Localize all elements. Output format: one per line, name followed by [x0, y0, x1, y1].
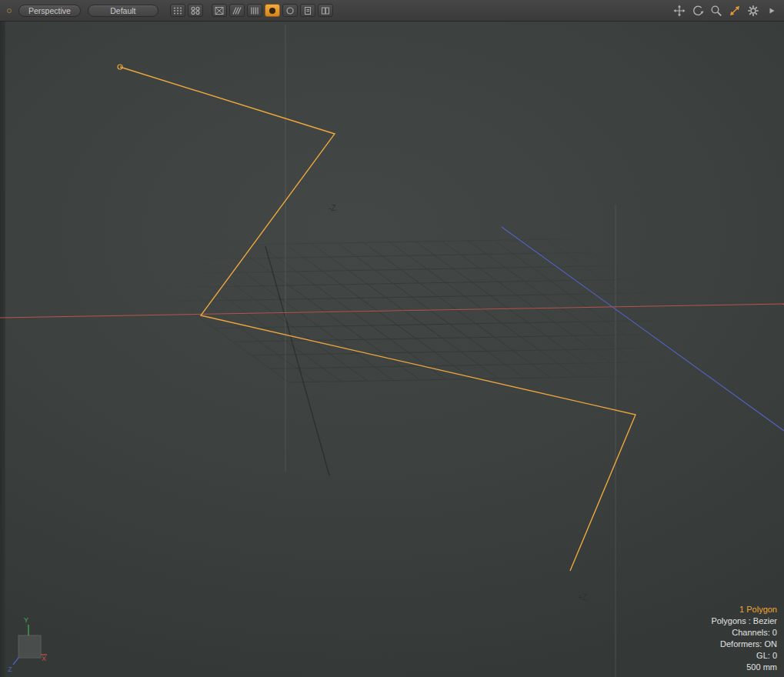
viewport-3d[interactable]: -Z+ZYXZ 1 PolygonPolygons : BezierChanne…: [0, 22, 784, 677]
view-mode-dropdown[interactable]: Perspective: [18, 5, 81, 17]
maximize-icon[interactable]: [728, 4, 741, 17]
book-glyph: [320, 6, 331, 15]
ghost-mode-icon[interactable]: [282, 4, 298, 17]
preset-dropdown[interactable]: Default: [88, 5, 158, 17]
bezier-curve[interactable]: [120, 67, 636, 571]
shaded-mode-icon[interactable]: [265, 4, 280, 17]
pan-icon[interactable]: [672, 4, 686, 17]
toolbar-left-group: Perspective Default: [0, 4, 335, 17]
settings-gear-icon[interactable]: [746, 4, 759, 17]
viewport-info-readout: 1 PolygonPolygons : BezierChannels: 0Def…: [711, 604, 777, 673]
scanline-icon[interactable]: [247, 4, 262, 17]
more-arrow-icon[interactable]: [765, 4, 778, 17]
more-arrow-glyph: [768, 6, 776, 15]
wireframe-icon[interactable]: [212, 4, 227, 17]
scene-canvas: -Z+ZYXZ: [0, 22, 784, 677]
hatch-shade-icon[interactable]: [229, 4, 245, 17]
gear-glyph: [747, 5, 759, 17]
gizmo-cube: [18, 635, 41, 658]
zoom-icon[interactable]: [709, 4, 722, 17]
viewport-toolbar: Perspective Default: [0, 0, 784, 22]
texture-dots-glyph: [172, 6, 183, 15]
ghost-glyph: [285, 6, 295, 15]
gizmo-label-x: X: [42, 655, 46, 662]
neg-z-label: -Z: [329, 204, 335, 212]
maximize-glyph: [729, 5, 741, 17]
z-axis-line: [502, 227, 784, 431]
pan-glyph: [673, 5, 686, 17]
book-icon[interactable]: [318, 4, 333, 17]
zoom-glyph: [710, 5, 722, 17]
shaded-glyph: [267, 6, 278, 15]
shading-mode-buttons: [170, 4, 335, 17]
gizmo-label-y: Y: [24, 616, 28, 624]
page-glyph: [302, 6, 313, 15]
wireframe-glyph: [214, 6, 225, 15]
modo-window: Perspective Default: [0, 0, 784, 677]
scanline-glyph: [249, 6, 260, 15]
x-axis-line: [0, 304, 784, 318]
readout-line: Polygons : Bezier: [711, 615, 777, 627]
readout-line: Channels: 0: [711, 627, 777, 639]
readout-line: 500 mm: [711, 662, 777, 673]
readout-line: 1 Polygon: [711, 604, 777, 615]
gizmo-axis-z: [13, 658, 18, 665]
pos-z-label: +Z: [578, 593, 587, 602]
axis-gizmo: YXZ: [8, 616, 47, 673]
orbit-icon[interactable]: [691, 4, 704, 17]
toolbar-right-group: [672, 4, 778, 17]
texture-dots-icon[interactable]: [170, 4, 185, 17]
gizmo-label-z: Z: [8, 665, 12, 673]
page-icon[interactable]: [300, 4, 315, 17]
spheres-icon[interactable]: [188, 4, 203, 17]
hatch-glyph: [232, 6, 242, 15]
readout-line: Deformers: ON: [711, 639, 777, 650]
readout-line: GL: 0: [711, 650, 777, 662]
orbit-glyph: [692, 5, 704, 17]
curve-shadow: [265, 246, 329, 475]
ground-grid: [102, 239, 759, 382]
viewport-handle-dot[interactable]: [7, 8, 12, 13]
spheres-glyph: [190, 6, 201, 15]
